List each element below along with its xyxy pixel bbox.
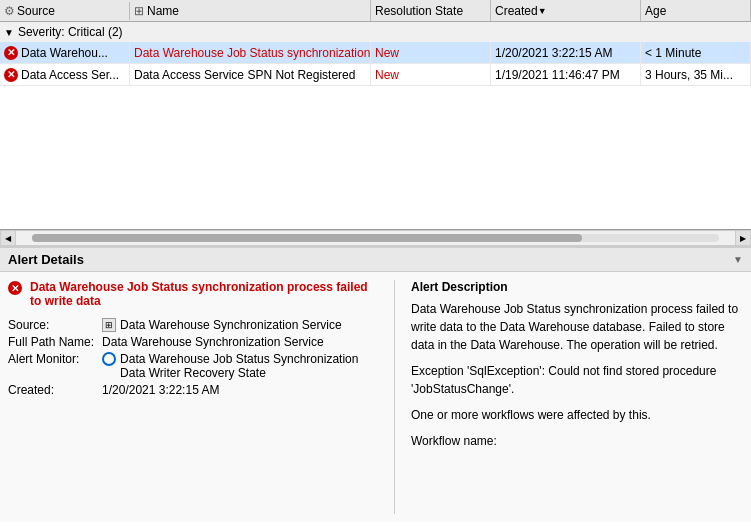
table-row[interactable]: ✕ Data Access Ser... Data Access Service… (0, 64, 751, 86)
resolution-text-1: New (375, 46, 399, 60)
source-label: Source: (8, 318, 94, 332)
cell-created-1: 1/20/2021 3:22:15 AM (491, 42, 641, 63)
horizontal-scrollbar[interactable]: ◀ ▶ (0, 230, 751, 246)
col-name-label: Name (147, 4, 179, 18)
cell-source-1: ✕ Data Warehou... (0, 42, 130, 63)
scroll-right-arrow[interactable]: ▶ (735, 230, 751, 246)
source-value[interactable]: Data Warehouse Synchronization Service (120, 318, 342, 332)
cell-age-2: 3 Hours, 35 Mi... (641, 64, 751, 85)
cell-age-1: < 1 Minute (641, 42, 751, 63)
error-icon-2: ✕ (4, 68, 18, 82)
scroll-left-arrow[interactable]: ◀ (0, 230, 16, 246)
error-icon-1: ✕ (4, 46, 18, 60)
cell-created-2: 1/19/2021 11:46:47 PM (491, 64, 641, 85)
th-resolution[interactable]: Resolution State (371, 0, 491, 21)
details-divider (394, 280, 395, 514)
full-path-label: Full Path Name: (8, 335, 94, 349)
alert-monitor-line1[interactable]: Data Warehouse Job Status Synchronizatio… (120, 352, 358, 366)
alert-title: Data Warehouse Job Status synchronizatio… (30, 280, 378, 308)
alert-table-wrapper: ⚙ Source ⊞ Name Resolution State Created… (0, 0, 751, 246)
col-age-label: Age (645, 4, 666, 18)
alert-monitor-value: Data Warehouse Job Status Synchronizatio… (102, 352, 378, 380)
alert-desc-title: Alert Description (411, 280, 743, 294)
desc-para-3: One or more workflows were affected by t… (411, 406, 743, 424)
alert-monitor-line2[interactable]: Data Writer Recovery State (102, 366, 378, 380)
th-age[interactable]: Age (641, 0, 751, 21)
desc-para-2: Exception 'SqlException': Could not find… (411, 362, 743, 398)
details-right-panel: Alert Description Data Warehouse Job Sta… (411, 280, 743, 514)
created-value: 1/20/2021 3:22:15 AM (102, 383, 378, 397)
col-source-label: Source (17, 4, 55, 18)
details-header: Alert Details ▼ (0, 248, 751, 272)
th-source[interactable]: ⚙ Source (0, 2, 130, 20)
name-text-2: Data Access Service SPN Not Registered (134, 68, 355, 82)
age-text-2: 3 Hours, 35 Mi... (645, 68, 733, 82)
col-name-icon: ⊞ (134, 4, 144, 18)
cell-source-2: ✕ Data Access Ser... (0, 64, 130, 85)
created-label: Created: (8, 383, 94, 397)
details-fields: Source: ⊞ Data Warehouse Synchronization… (8, 318, 378, 397)
monitor-icon (102, 352, 116, 366)
th-name[interactable]: ⊞ Name (130, 0, 371, 21)
source-col-icon: ⚙ (4, 4, 15, 18)
table-header: ⚙ Source ⊞ Name Resolution State Created… (0, 0, 751, 22)
cell-name-2: Data Access Service SPN Not Registered (130, 64, 371, 85)
created-text-1: 1/20/2021 3:22:15 AM (495, 46, 612, 60)
created-text-2: 1/19/2021 11:46:47 PM (495, 68, 620, 82)
age-text-1: < 1 Minute (645, 46, 701, 60)
col-resolution-label: Resolution State (375, 4, 463, 18)
alert-title-row: ✕ Data Warehouse Job Status synchronizat… (8, 280, 378, 308)
cell-resolution-2: New (371, 64, 491, 85)
alert-monitor-icon-row: Data Warehouse Job Status Synchronizatio… (102, 352, 378, 366)
col-created-label: Created (495, 4, 538, 18)
desc-para-4: Workflow name: (411, 432, 743, 450)
details-title: Alert Details (8, 252, 84, 267)
full-path-value: Data Warehouse Synchronization Service (102, 335, 378, 349)
desc-para-1: Data Warehouse Job Status synchronizatio… (411, 300, 743, 354)
alert-error-icon: ✕ (8, 281, 22, 295)
cell-name-1: Data Warehouse Job Status synchronizatio… (130, 42, 371, 63)
source-field-row: ⊞ Data Warehouse Synchronization Service (102, 318, 378, 332)
cell-resolution-1: New (371, 42, 491, 63)
alert-table-area: ⚙ Source ⊞ Name Resolution State Created… (0, 0, 751, 230)
details-content: ✕ Data Warehouse Job Status synchronizat… (0, 272, 751, 522)
source-text-1: Data Warehou... (21, 46, 108, 60)
expand-icon[interactable]: ▼ (4, 27, 14, 38)
alert-monitor-label: Alert Monitor: (8, 352, 94, 380)
severity-label: Severity: Critical (2) (18, 25, 123, 39)
severity-group-row: ▼ Severity: Critical (2) (0, 22, 751, 42)
scroll-track[interactable] (32, 234, 719, 242)
table-row[interactable]: ✕ Data Warehou... Data Warehouse Job Sta… (0, 42, 751, 64)
source-text-2: Data Access Ser... (21, 68, 119, 82)
name-text-1: Data Warehouse Job Status synchronizatio… (134, 46, 371, 60)
details-scroll-icon: ▼ (733, 254, 743, 265)
th-created[interactable]: Created (491, 0, 641, 21)
source-link-icon: ⊞ (102, 318, 116, 332)
details-left-panel: ✕ Data Warehouse Job Status synchronizat… (8, 280, 378, 514)
scroll-thumb[interactable] (32, 234, 582, 242)
details-area: Alert Details ▼ ✕ Data Warehouse Job Sta… (0, 246, 751, 522)
alert-desc-text: Data Warehouse Job Status synchronizatio… (411, 300, 743, 450)
resolution-text-2: New (375, 68, 399, 82)
